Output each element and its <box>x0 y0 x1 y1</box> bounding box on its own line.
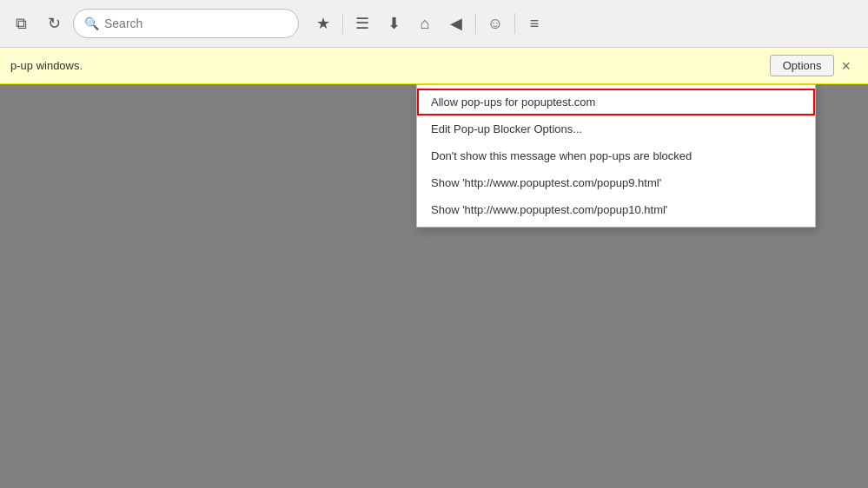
search-icon: 🔍 <box>84 16 99 30</box>
download-icon: ⬇ <box>388 14 401 33</box>
screenshot-button[interactable]: ⧉ <box>7 10 35 37</box>
popup-options-dropdown: Allow pop-ups for popuptest.com Edit Pop… <box>416 84 816 228</box>
divider-3 <box>514 13 515 34</box>
reload-icon: ↻ <box>48 14 61 33</box>
home-button[interactable]: ⌂ <box>411 10 439 37</box>
divider-2 <box>475 13 476 34</box>
reader-icon: ☰ <box>355 14 369 33</box>
menu-icon: ≡ <box>530 15 540 33</box>
search-input[interactable] <box>104 16 288 30</box>
allow-popups-item[interactable]: Allow pop-ups for popuptest.com <box>417 89 815 115</box>
reader-button[interactable]: ☰ <box>348 10 376 37</box>
browser-toolbar: ⧉ ↻ 🔍 ★ ☰ ⬇ ⌂ ◀ ☺ ≡ <box>0 0 868 48</box>
divider-1 <box>342 13 343 34</box>
notification-wrapper: p-up windows. Options × Allow pop-ups fo… <box>0 48 868 84</box>
reload-button[interactable]: ↻ <box>40 10 68 37</box>
notification-bar: p-up windows. Options × <box>0 48 868 84</box>
close-notification-button[interactable]: × <box>834 58 858 74</box>
show-popup10-item[interactable]: Show 'http://www.popuptest.com/popup10.h… <box>417 196 815 223</box>
emoji-icon: ☺ <box>487 15 503 33</box>
dont-show-message-item[interactable]: Don't show this message when pop-ups are… <box>417 142 815 169</box>
bookmark-icon: ★ <box>316 14 330 33</box>
home-icon: ⌂ <box>421 15 430 33</box>
notification-text: p-up windows. <box>10 59 770 72</box>
search-bar: 🔍 <box>73 9 299 38</box>
edit-blocker-options-item[interactable]: Edit Pop-up Blocker Options... <box>417 115 815 142</box>
bookmark-button[interactable]: ★ <box>309 10 337 37</box>
toolbar-action-icons: ★ ☰ ⬇ ⌂ ◀ ☺ ≡ <box>309 10 548 37</box>
nav-buttons: ⧉ ↻ <box>7 10 68 37</box>
show-popup9-item[interactable]: Show 'http://www.popuptest.com/popup9.ht… <box>417 169 815 196</box>
share-button[interactable]: ◀ <box>442 10 470 37</box>
options-button[interactable]: Options <box>770 55 835 76</box>
screenshot-icon: ⧉ <box>16 15 27 33</box>
menu-button[interactable]: ≡ <box>520 10 548 37</box>
download-button[interactable]: ⬇ <box>380 10 407 37</box>
share-icon: ◀ <box>450 14 462 33</box>
emoji-button[interactable]: ☺ <box>481 10 509 37</box>
